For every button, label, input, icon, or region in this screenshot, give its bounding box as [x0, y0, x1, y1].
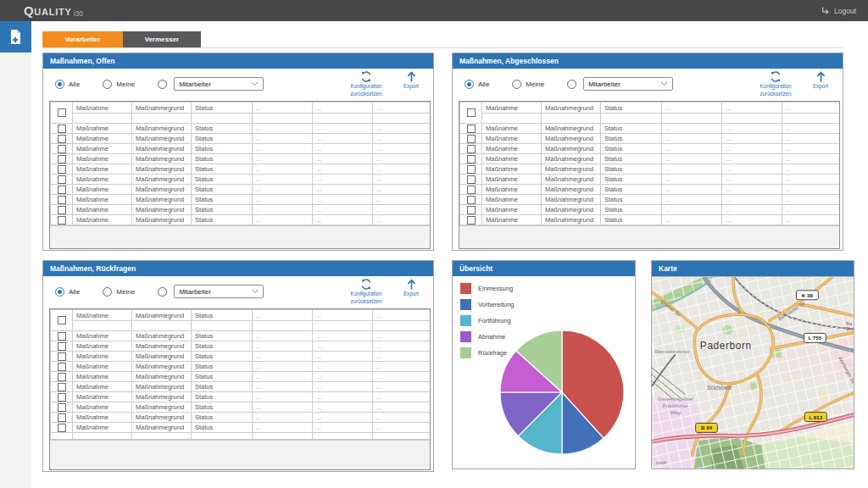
- mitarbeiter-select[interactable]: Mitarbeiter: [174, 285, 264, 298]
- table-row[interactable]: MaßnahmeMaßnahmegrundStatus.........: [51, 413, 431, 423]
- filter-cell[interactable]: [313, 114, 373, 124]
- column-header[interactable]: Maßnahmegrund: [542, 103, 601, 114]
- row-checkbox[interactable]: [58, 383, 66, 391]
- column-header[interactable]: Status: [192, 103, 253, 114]
- table-row[interactable]: MaßnahmeMaßnahmegrundStatus.........: [51, 382, 431, 392]
- table-row[interactable]: MaßnahmeMaßnahmegrundStatus.........: [51, 205, 431, 215]
- table-row[interactable]: MaßnahmeMaßnahmegrundStatus.........: [51, 352, 431, 362]
- table-row[interactable]: MaßnahmeMaßnahmegrundStatus.........: [51, 392, 431, 402]
- filter-cell[interactable]: [313, 321, 373, 331]
- row-checkbox[interactable]: [467, 155, 476, 164]
- row-checkbox[interactable]: [58, 165, 66, 174]
- reset-config-button[interactable]: Konfiguration zurücksetzen: [343, 278, 389, 304]
- logout-button[interactable]: Logout: [821, 6, 856, 15]
- export-button[interactable]: Export: [398, 70, 425, 90]
- row-checkbox[interactable]: [467, 216, 476, 225]
- table-row[interactable]: MaßnahmeMaßnahmegrundStatus.........: [460, 134, 841, 144]
- mitarbeiter-select[interactable]: Mitarbeiter: [583, 77, 673, 91]
- radio-mitarbeiter[interactable]: [158, 80, 167, 89]
- filter-cell[interactable]: [373, 321, 431, 331]
- column-header[interactable]: ...: [662, 103, 722, 114]
- column-header[interactable]: Maßnahmegrund: [132, 103, 192, 114]
- row-checkbox[interactable]: [467, 165, 476, 174]
- radio-meine[interactable]: Meine: [103, 80, 135, 89]
- column-header[interactable]: Maßnahme: [73, 310, 132, 321]
- row-checkbox[interactable]: [58, 155, 66, 164]
- table-row[interactable]: MaßnahmeMaßnahmegrundStatus.........: [51, 341, 431, 352]
- filter-cell[interactable]: [782, 114, 841, 124]
- table-row[interactable]: MaßnahmeMaßnahmegrundStatus.........: [51, 423, 431, 433]
- row-checkbox[interactable]: [58, 424, 66, 432]
- table-row[interactable]: MaßnahmeMaßnahmegrundStatus.........: [51, 164, 431, 175]
- row-checkbox[interactable]: [467, 175, 476, 184]
- row-checkbox[interactable]: [58, 175, 66, 184]
- column-header[interactable]: Status: [601, 103, 662, 114]
- column-header[interactable]: ...: [722, 103, 782, 114]
- filter-cell[interactable]: [542, 114, 601, 124]
- table-row[interactable]: MaßnahmeMaßnahmegrundStatus.........: [460, 185, 841, 195]
- row-checkbox[interactable]: [58, 352, 66, 361]
- column-header[interactable]: ...: [782, 103, 841, 114]
- table-row[interactable]: MaßnahmeMaßnahmegrundStatus.........: [51, 402, 431, 413]
- filter-cell[interactable]: [192, 114, 253, 124]
- table-row[interactable]: MaßnahmeMaßnahmegrundStatus.........: [51, 134, 431, 144]
- export-button[interactable]: Export: [398, 278, 425, 297]
- new-document-button[interactable]: [0, 21, 31, 53]
- table-row[interactable]: MaßnahmeMaßnahmegrundStatus.........: [460, 205, 841, 215]
- row-checkbox[interactable]: [58, 186, 66, 194]
- column-header[interactable]: Maßnahme: [482, 103, 542, 114]
- filter-cell[interactable]: [662, 114, 722, 124]
- table-row[interactable]: MaßnahmeMaßnahmegrundStatus.........: [51, 215, 431, 225]
- table-row[interactable]: MaßnahmeMaßnahmegrundStatus.........: [51, 195, 431, 205]
- select-all-checkbox[interactable]: [467, 108, 476, 117]
- row-checkbox[interactable]: [58, 125, 66, 133]
- radio-meine[interactable]: Meine: [103, 287, 135, 297]
- row-checkbox[interactable]: [58, 342, 66, 351]
- filter-cell[interactable]: [253, 321, 313, 331]
- table-row[interactable]: MaßnahmeMaßnahmegrundStatus.........: [51, 372, 431, 382]
- filter-cell[interactable]: [601, 114, 662, 124]
- row-checkbox[interactable]: [58, 145, 66, 153]
- mitarbeiter-select[interactable]: Mitarbeiter: [174, 77, 264, 91]
- map-canvas[interactable]: Paderborn Südstadt Riemekeviertel Gewerb…: [652, 277, 854, 469]
- column-header[interactable]: ...: [313, 310, 373, 321]
- filter-cell[interactable]: [132, 114, 192, 124]
- radio-alle[interactable]: Alle: [55, 287, 80, 297]
- filter-cell[interactable]: [132, 321, 192, 331]
- table-row[interactable]: MaßnahmeMaßnahmegrundStatus.........: [460, 124, 841, 134]
- table-row[interactable]: MaßnahmeMaßnahmegrundStatus.........: [460, 215, 841, 225]
- table-row[interactable]: MaßnahmeMaßnahmegrundStatus.........: [51, 124, 431, 134]
- row-checkbox[interactable]: [58, 373, 66, 381]
- row-checkbox[interactable]: [467, 135, 476, 143]
- column-header[interactable]: ...: [253, 103, 313, 114]
- reset-config-button[interactable]: Konfiguration zurücksetzen: [343, 70, 389, 97]
- table-row[interactable]: MaßnahmeMaßnahmegrundStatus.........: [460, 175, 841, 185]
- column-header[interactable]: Maßnahme: [73, 103, 132, 114]
- table-row[interactable]: MaßnahmeMaßnahmegrundStatus.........: [51, 144, 431, 154]
- row-checkbox[interactable]: [467, 196, 476, 204]
- radio-meine[interactable]: Meine: [512, 80, 544, 89]
- table-row[interactable]: MaßnahmeMaßnahmegrundStatus.........: [460, 144, 841, 154]
- filter-cell[interactable]: [722, 114, 782, 124]
- radio-alle[interactable]: Alle: [55, 80, 80, 89]
- export-button[interactable]: Export: [807, 70, 834, 90]
- table-row[interactable]: MaßnahmeMaßnahmegrundStatus.........: [460, 154, 841, 164]
- radio-alle[interactable]: Alle: [465, 80, 489, 89]
- table-row[interactable]: MaßnahmeMaßnahmegrundStatus.........: [460, 195, 841, 205]
- row-checkbox[interactable]: [58, 413, 66, 422]
- table-row[interactable]: MaßnahmeMaßnahmegrundStatus.........: [51, 362, 431, 372]
- radio-mitarbeiter[interactable]: [567, 80, 576, 89]
- table-row[interactable]: MaßnahmeMaßnahmegrundStatus.........: [51, 331, 431, 341]
- reset-config-button[interactable]: Konfiguration zurücksetzen: [753, 70, 798, 97]
- column-header[interactable]: Status: [192, 310, 253, 321]
- filter-cell[interactable]: [73, 114, 132, 124]
- filter-cell[interactable]: [192, 321, 253, 331]
- tab-vermesser[interactable]: Vermesser: [123, 31, 201, 47]
- column-header[interactable]: Maßnahmegrund: [132, 310, 192, 321]
- row-checkbox[interactable]: [467, 206, 476, 214]
- column-header[interactable]: ...: [253, 310, 313, 321]
- row-checkbox[interactable]: [58, 216, 66, 225]
- table-row[interactable]: MaßnahmeMaßnahmegrundStatus.........: [51, 154, 431, 164]
- row-checkbox[interactable]: [58, 363, 66, 371]
- row-checkbox[interactable]: [467, 186, 476, 194]
